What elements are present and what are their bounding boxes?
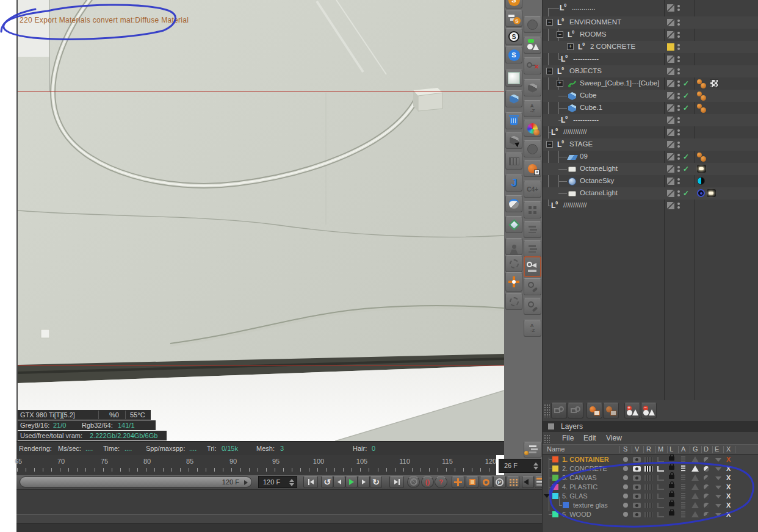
material-tag[interactable] <box>701 156 706 162</box>
solo-toggle[interactable] <box>623 457 628 462</box>
prev-frame-button[interactable] <box>333 476 345 488</box>
expand-toggle[interactable] <box>557 80 563 87</box>
visibility-dots[interactable] <box>677 44 680 51</box>
om-row-separator1[interactable]: ----------- <box>543 53 758 65</box>
color-wheel-button[interactable] <box>524 120 541 137</box>
expression-toggle[interactable] <box>715 467 721 471</box>
solo-on-button[interactable]: S <box>505 46 522 63</box>
manager-toggle[interactable] <box>657 503 664 508</box>
render-toggle[interactable] <box>644 457 652 462</box>
expand-triangle[interactable] <box>544 494 550 498</box>
solo-off-button[interactable]: S <box>505 28 522 45</box>
om-row-slashes1[interactable]: //////////// <box>543 126 758 138</box>
enabled-check[interactable]: ✓ <box>683 165 689 173</box>
remove-from-layer-button[interactable]: − <box>641 403 657 419</box>
layer-chip[interactable] <box>667 141 674 148</box>
camera-active-button[interactable] <box>524 256 541 277</box>
layer-chip[interactable] <box>667 190 674 197</box>
manager-toggle[interactable] <box>657 494 664 499</box>
deformer-toggle[interactable] <box>704 466 709 472</box>
expression-toggle[interactable] <box>715 504 721 508</box>
record-keyframe-button[interactable] <box>452 476 464 488</box>
deformer-toggle[interactable] <box>704 494 709 499</box>
visibility-dots[interactable] <box>677 56 680 63</box>
visibility-dots[interactable] <box>677 203 680 209</box>
lock-toggle[interactable] <box>669 511 674 516</box>
om-row-rooms[interactable]: ROOMS <box>543 29 758 41</box>
enabled-check[interactable]: ✓ <box>683 104 689 112</box>
om-row-octanelight2[interactable]: OctaneLight ✓ <box>543 187 758 200</box>
solo-toggle[interactable] <box>623 494 628 498</box>
layer-chip[interactable] <box>667 80 674 87</box>
keyframe-bars-button[interactable]: S <box>505 10 522 27</box>
visibility-dots[interactable] <box>677 190 680 197</box>
octane-light-tag[interactable] <box>697 165 706 173</box>
animation-toggle[interactable] <box>681 511 685 518</box>
go-end-button[interactable] <box>389 476 404 488</box>
layer-chip-yellow[interactable] <box>667 43 674 51</box>
layer-color-swatch[interactable] <box>552 493 558 499</box>
generator-toggle[interactable] <box>691 493 699 499</box>
layer-chip[interactable] <box>667 104 674 112</box>
lens2-button[interactable] <box>524 298 541 315</box>
layers-title-bar[interactable]: Layers <box>543 421 758 432</box>
layer-row-canvas[interactable]: 3. CANVAS X <box>543 473 758 483</box>
collapse-toggle[interactable] <box>546 19 553 26</box>
om-row-octanesky[interactable]: OctaneSky <box>543 175 758 187</box>
om-row-slashes2[interactable]: //////////// <box>543 200 758 212</box>
solo-toggle[interactable] <box>623 484 628 489</box>
go-start-button[interactable] <box>303 476 318 488</box>
menu-file[interactable]: File <box>562 434 574 442</box>
om-row-separator2[interactable]: ----------- <box>543 114 758 126</box>
visibility-toggle[interactable] <box>633 466 641 472</box>
timeline-ruler[interactable]: 65 70 75 80 85 90 95 100 105 110 115 120 <box>16 455 496 475</box>
layer-row-wood[interactable]: 6. WOOD X <box>543 510 758 519</box>
deformer-toggle[interactable] <box>704 512 709 517</box>
xref-toggle[interactable]: X <box>726 492 731 500</box>
animation-toggle[interactable] <box>681 475 685 481</box>
pipe-tool-button[interactable]: J <box>505 174 522 192</box>
visibility-dots[interactable] <box>677 142 680 148</box>
om-row-environment[interactable]: ENVIRONMENT <box>543 16 758 29</box>
animation-toggle[interactable] <box>681 456 685 463</box>
layer-chip[interactable] <box>667 117 674 124</box>
sphere-tool-button[interactable] <box>505 70 522 87</box>
expression-toggle[interactable] <box>715 513 721 517</box>
animation-toggle[interactable] <box>681 493 685 500</box>
layer-color-swatch[interactable] <box>552 484 558 490</box>
texture-tag[interactable] <box>710 79 718 88</box>
toolbar-grip[interactable] <box>544 404 550 417</box>
lock-toggle[interactable] <box>669 475 674 479</box>
layer-row-container[interactable]: 1. CONTAINER X <box>543 455 758 464</box>
menu-edit[interactable]: Edit <box>583 434 596 442</box>
om-row-objects[interactable]: OBJECTS <box>543 65 758 77</box>
record-s-button[interactable]: S <box>505 0 522 9</box>
visibility-toggle[interactable] <box>633 484 641 490</box>
c4-button[interactable]: C4+ <box>524 181 541 198</box>
parentheses-button[interactable]: () <box>421 476 434 488</box>
visibility-dots[interactable] <box>677 178 680 185</box>
render-toggle[interactable] <box>644 475 652 481</box>
visibility-dots[interactable] <box>677 117 680 124</box>
visibility-dots[interactable] <box>677 93 680 99</box>
render-toggle[interactable] <box>644 484 652 490</box>
layer-color-swatch[interactable] <box>552 456 558 462</box>
enabled-check[interactable]: ✓ <box>683 153 689 161</box>
layer-search2-button[interactable] <box>568 403 583 419</box>
generator-toggle[interactable] <box>691 511 699 517</box>
layer-color-swatch[interactable] <box>552 475 558 481</box>
layer-color-swatch[interactable] <box>563 502 569 508</box>
gray-circle-button[interactable] <box>524 16 541 33</box>
enabled-check[interactable]: ✓ <box>683 189 689 198</box>
deformer-toggle[interactable] <box>704 503 709 508</box>
collapse-toggle[interactable] <box>546 141 553 148</box>
layer-color-swatch[interactable] <box>552 511 558 517</box>
manager-toggle[interactable] <box>657 484 664 490</box>
layer-chip[interactable] <box>667 92 674 99</box>
end-frame-spinner-arrows[interactable] <box>289 478 294 487</box>
animation-toggle[interactable] <box>681 466 685 472</box>
record-parameter-button[interactable]: P <box>493 476 506 488</box>
timeline-power-slider[interactable]: 120 F <box>20 476 252 487</box>
enabled-check[interactable]: ✓ <box>683 79 689 88</box>
grid-button[interactable] <box>524 201 541 218</box>
